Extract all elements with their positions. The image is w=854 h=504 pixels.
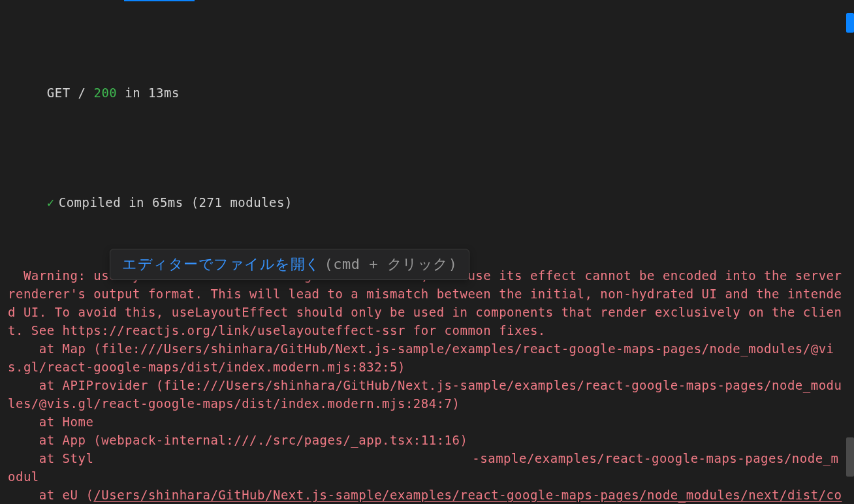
- tooltip-secondary-text: (cmd + クリック): [324, 256, 458, 272]
- response-time: 13ms: [148, 86, 180, 100]
- stack-line-map[interactable]: at Map (file:///Users/shinhara/GitHub/Ne…: [8, 341, 834, 374]
- http-status: 200: [93, 86, 117, 100]
- http-method: GET: [47, 86, 71, 100]
- minimap-viewport-indicator[interactable]: [846, 13, 854, 33]
- stack-line-home: at Home: [8, 415, 93, 429]
- http-path: /: [78, 86, 86, 100]
- request-line: GET / 200 in 13ms: [8, 65, 846, 120]
- tab-active-indicator: [124, 0, 195, 1]
- stack-line-eu-link[interactable]: /Users/shinhara/GitHub/Next.js-sample/ex…: [8, 488, 842, 504]
- hover-tooltip: エディターでファイルを開く(cmd + クリック): [110, 249, 469, 280]
- stack-line-styl-partial-a: at Styl: [8, 451, 93, 465]
- compiled-line: ✓Compiled in 65ms (271 modules): [8, 175, 846, 230]
- stack-line-styl-partial-b: -sample/examples/react-google-maps-pages…: [8, 451, 838, 484]
- scrollbar-thumb[interactable]: [846, 437, 854, 477]
- compiled-text: Compiled in 65ms (271 modules): [59, 195, 293, 210]
- tooltip-primary-text: エディターでファイルを開く: [122, 256, 321, 272]
- check-icon: ✓: [47, 195, 55, 210]
- stack-line-eu-pre: at eU (: [8, 488, 93, 502]
- in-label: in: [125, 86, 140, 100]
- stack-line-apiprovider[interactable]: at APIProvider (file:///Users/shinhara/G…: [8, 378, 842, 411]
- stack-line-app[interactable]: at App (webpack-internal:///./src/pages/…: [8, 433, 467, 447]
